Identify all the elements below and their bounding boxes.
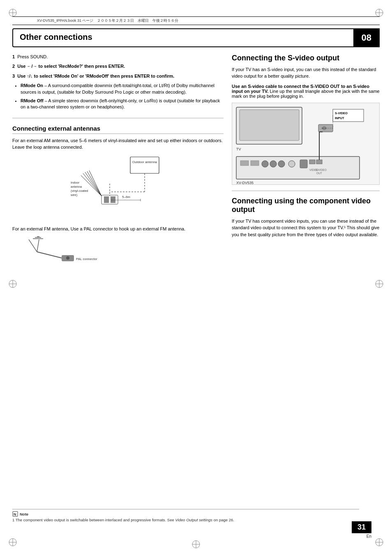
corner-mark-br	[375, 538, 384, 547]
rmode-on-body: – A surround-compatible downmix (left-to…	[21, 83, 214, 94]
rmode-off-body: – A simple stereo downmix (left-only/rig…	[21, 98, 220, 109]
steps-section: 1 Press SOUND. 2 Use ←/→ to select 'RecM…	[12, 54, 224, 111]
pal-svg: PAL connector	[21, 235, 103, 268]
corner-mark-tr	[375, 8, 384, 17]
svg-text:wire): wire)	[70, 193, 78, 197]
svg-point-64	[270, 161, 277, 167]
svg-point-63	[262, 161, 268, 167]
corner-mark-tl	[8, 8, 17, 17]
svg-text:antenna: antenna	[71, 185, 82, 189]
bullet-list: RMode On – A surround-compatible downmix…	[21, 83, 224, 111]
svg-line-40	[37, 240, 39, 252]
chapter-number: 08	[354, 29, 379, 46]
svg-rect-49	[240, 110, 299, 140]
step-1: 1 Press SOUND.	[12, 54, 224, 60]
step-2: 2 Use ←/→ to select 'RecMode?' then pres…	[12, 63, 224, 69]
svg-point-65	[278, 161, 285, 167]
svg-rect-25	[111, 196, 115, 203]
bullet-rmode-on: RMode On – A surround-compatible downmix…	[21, 83, 224, 95]
svg-rect-68	[309, 160, 315, 164]
mid-reg-mark-r	[375, 279, 384, 288]
page-number-box: 31	[352, 521, 371, 533]
page-title: Other connections	[13, 29, 354, 46]
note-italic: Video Output settings	[175, 518, 212, 522]
svg-text:(vinyl-coated: (vinyl-coated	[71, 189, 88, 193]
step-3-num: 3	[12, 74, 15, 78]
file-info-text: XV-DV535_IPPAN.book 31 ページ ２００５年２月２３日 水曜…	[37, 18, 178, 23]
right-column: Connecting the S-video output If your TV…	[232, 54, 380, 272]
svg-text:OUT: OUT	[316, 172, 322, 175]
antennas-heading: Connecting external antennas	[12, 125, 224, 134]
svideo-heading: Connecting the S-video output	[232, 54, 380, 63]
divider-1	[12, 118, 224, 118]
main-content: 1 Press SOUND. 2 Use ←/→ to select 'RecM…	[12, 54, 380, 272]
svg-rect-67	[300, 160, 307, 168]
svg-text:5–6m: 5–6m	[122, 195, 130, 199]
pal-connector-diagram: PAL connector	[21, 235, 224, 269]
note-label: Note	[20, 512, 28, 516]
svideo-body1: If your TV has an S-video input, you can…	[232, 66, 380, 80]
step-2-num: 2	[12, 64, 15, 69]
svg-rect-60	[236, 157, 360, 179]
svg-rect-18	[130, 157, 159, 173]
svg-text:S-VIDEO: S-VIDEO	[316, 168, 327, 171]
page-en: En	[367, 534, 371, 539]
component-body: If your TV has component video inputs, y…	[232, 218, 380, 238]
outdoor-antenna-diagram: Outdoor antenna Indoo	[12, 155, 224, 221]
svg-point-66	[288, 161, 295, 167]
corner-mark-bl	[8, 538, 17, 547]
note-icon: N	[12, 511, 18, 517]
step-1-text: Press SOUND.	[17, 54, 48, 59]
svg-rect-24	[104, 196, 109, 203]
svg-text:PAL connector: PAL connector	[76, 257, 97, 261]
rmode-on-title: RMode On	[21, 83, 43, 88]
svg-line-39	[29, 240, 37, 252]
bullet-rmode-off: RMode Off – A simple stereo downmix (lef…	[21, 98, 224, 111]
svg-rect-61	[240, 161, 249, 166]
note-body-text: 1 The component video output is switchab…	[12, 518, 234, 522]
file-info-bar: XV-DV535_IPPAN.book 31 ページ ２００５年２月２３日 水曜…	[12, 16, 380, 25]
component-section: Connecting using the component video out…	[232, 197, 380, 238]
svg-line-44	[37, 252, 62, 258]
page-header: Other connections 08	[12, 28, 380, 47]
svideo-diagram: S-VIDEO INPUT TV	[232, 103, 380, 185]
component-heading: Connecting using the component video out…	[232, 197, 380, 214]
note-body: 1 The component video output is switchab…	[12, 518, 359, 522]
antennas-body2: For an external FM antenna, Use a PAL co…	[12, 226, 224, 233]
svg-text:TV: TV	[236, 147, 241, 151]
component-heading-text: Connecting using the component video out…	[232, 197, 371, 214]
mid-reg-mark-l	[8, 279, 17, 288]
svg-text:INPUT: INPUT	[335, 116, 344, 120]
step-3-text: Use ↑/↓ to select 'RMode On' or 'RModeOf…	[17, 74, 174, 78]
svg-rect-62	[251, 161, 259, 166]
svideo-svg: S-VIDEO INPUT TV	[232, 103, 372, 185]
antennas-section: Connecting external antennas For an exte…	[12, 125, 224, 269]
svg-point-46	[66, 256, 69, 260]
svg-text:N: N	[14, 512, 16, 516]
step-1-num: 1	[12, 54, 15, 59]
svg-text:XV-DV535: XV-DV535	[236, 181, 254, 185]
antennas-body1: For an external AM antenna, use 5–6 mete…	[12, 137, 224, 151]
bottom-center-reg-mark	[191, 540, 201, 549]
svg-rect-70	[316, 160, 322, 164]
svg-text:Indoor: Indoor	[71, 181, 80, 184]
note-section: N Note 1 The component video output is s…	[12, 509, 359, 522]
step-3: 3 Use ↑/↓ to select 'RMode On' or 'RMode…	[12, 73, 224, 79]
svg-text:S-VIDEO: S-VIDEO	[335, 111, 348, 115]
rmode-off-title: RMode Off	[21, 98, 44, 103]
svideo-section: Connecting the S-video output If your TV…	[232, 54, 380, 185]
svg-text:Outdoor antenna: Outdoor antenna	[132, 160, 157, 164]
antenna-svg: Outdoor antenna Indoo	[69, 155, 167, 221]
page-footer: 31 En	[352, 521, 371, 539]
step-2-text: Use ←/→ to select 'RecMode?' then press …	[17, 64, 125, 69]
note-title: N Note	[12, 511, 359, 517]
left-column: 1 Press SOUND. 2 Use ←/→ to select 'RecM…	[12, 54, 224, 272]
svideo-bullet: Use an S-video cable to connect the S-VI…	[232, 84, 380, 99]
divider-right	[232, 191, 380, 191]
